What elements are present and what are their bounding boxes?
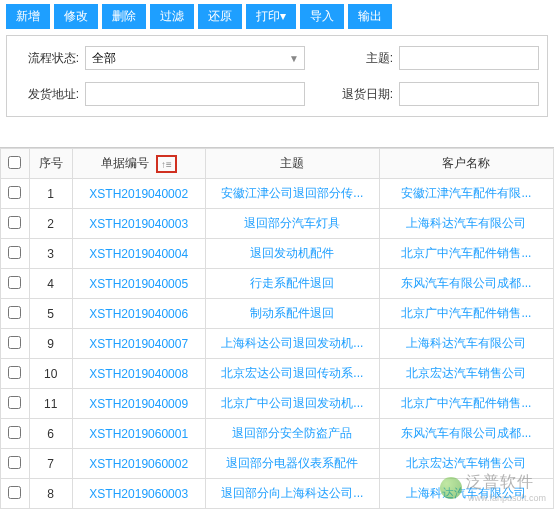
return-date-input[interactable] (399, 82, 539, 106)
row-customer[interactable]: 北京广中汽车配件销售... (379, 389, 553, 419)
header-seq[interactable]: 序号 (29, 149, 72, 179)
row-doc-no[interactable]: XSTH2019040002 (72, 179, 205, 209)
row-seq: 7 (29, 449, 72, 479)
header-subject[interactable]: 主题 (205, 149, 379, 179)
row-seq: 9 (29, 329, 72, 359)
filter-button[interactable]: 过滤 (150, 4, 194, 29)
row-customer[interactable]: 上海科达汽车有限公司 (379, 479, 553, 509)
table-row: 8XSTH2019060003退回部分向上海科达公司...上海科达汽车有限公司 (1, 479, 554, 509)
row-checkbox-cell (1, 329, 30, 359)
select-all-checkbox[interactable] (8, 156, 21, 169)
header-customer[interactable]: 客户名称 (379, 149, 553, 179)
row-doc-no[interactable]: XSTH2019040004 (72, 239, 205, 269)
row-customer[interactable]: 东风汽车有限公司成都... (379, 419, 553, 449)
row-doc-no[interactable]: XSTH2019040008 (72, 359, 205, 389)
data-table: 序号 单据编号 ↑≡ 主题 客户名称 1XSTH2019040002安徽江津公司… (0, 148, 554, 509)
table-row: 6XSTH2019060001退回部分安全防盗产品东风汽车有限公司成都... (1, 419, 554, 449)
ship-addr-label: 发货地址: (15, 86, 85, 103)
row-checkbox[interactable] (8, 366, 21, 379)
new-button[interactable]: 新增 (6, 4, 50, 29)
row-checkbox-cell (1, 299, 30, 329)
row-checkbox[interactable] (8, 486, 21, 499)
table-row: 1XSTH2019040002安徽江津公司退回部分传...安徽江津汽车配件有限.… (1, 179, 554, 209)
row-checkbox[interactable] (8, 396, 21, 409)
table-row: 11XSTH2019040009北京广中公司退回发动机...北京广中汽车配件销售… (1, 389, 554, 419)
row-subject[interactable]: 退回部分汽车灯具 (205, 209, 379, 239)
table-row: 5XSTH2019040006制动系配件退回北京广中汽车配件销售... (1, 299, 554, 329)
status-label: 流程状态: (15, 50, 85, 67)
row-doc-no[interactable]: XSTH2019040006 (72, 299, 205, 329)
row-checkbox-cell (1, 479, 30, 509)
header-doc-no-label: 单据编号 (101, 156, 149, 170)
row-subject[interactable]: 退回部分安全防盗产品 (205, 419, 379, 449)
row-checkbox-cell (1, 449, 30, 479)
subject-input[interactable] (399, 46, 539, 70)
row-seq: 11 (29, 389, 72, 419)
row-doc-no[interactable]: XSTH2019060001 (72, 419, 205, 449)
row-checkbox[interactable] (8, 306, 21, 319)
row-customer[interactable]: 安徽江津汽车配件有限... (379, 179, 553, 209)
delete-button[interactable]: 删除 (102, 4, 146, 29)
row-checkbox[interactable] (8, 456, 21, 469)
row-doc-no[interactable]: XSTH2019040007 (72, 329, 205, 359)
row-seq: 4 (29, 269, 72, 299)
header-checkbox-cell (1, 149, 30, 179)
row-checkbox-cell (1, 179, 30, 209)
row-subject[interactable]: 安徽江津公司退回部分传... (205, 179, 379, 209)
row-checkbox[interactable] (8, 216, 21, 229)
restore-button[interactable]: 还原 (198, 4, 242, 29)
row-subject[interactable]: 退回部分电器仪表系配件 (205, 449, 379, 479)
filter-panel: 流程状态: ▼ 主题: 发货地址: 退货日期: (6, 35, 548, 117)
table-row: 4XSTH2019040005行走系配件退回东风汽车有限公司成都... (1, 269, 554, 299)
row-seq: 6 (29, 419, 72, 449)
row-subject[interactable]: 退回发动机配件 (205, 239, 379, 269)
row-checkbox[interactable] (8, 336, 21, 349)
header-doc-no[interactable]: 单据编号 ↑≡ (72, 149, 205, 179)
row-doc-no[interactable]: XSTH2019040005 (72, 269, 205, 299)
row-checkbox[interactable] (8, 426, 21, 439)
row-doc-no[interactable]: XSTH2019060002 (72, 449, 205, 479)
row-customer[interactable]: 东风汽车有限公司成都... (379, 269, 553, 299)
row-seq: 1 (29, 179, 72, 209)
table-row: 2XSTH2019040003退回部分汽车灯具上海科达汽车有限公司 (1, 209, 554, 239)
row-doc-no[interactable]: XSTH2019040003 (72, 209, 205, 239)
row-seq: 5 (29, 299, 72, 329)
row-subject[interactable]: 退回部分向上海科达公司... (205, 479, 379, 509)
row-doc-no[interactable]: XSTH2019040009 (72, 389, 205, 419)
row-checkbox[interactable] (8, 186, 21, 199)
row-checkbox-cell (1, 209, 30, 239)
ship-addr-input[interactable] (85, 82, 305, 106)
row-subject[interactable]: 制动系配件退回 (205, 299, 379, 329)
edit-button[interactable]: 修改 (54, 4, 98, 29)
subject-label: 主题: (329, 50, 399, 67)
status-select[interactable]: ▼ (85, 46, 305, 70)
row-seq: 2 (29, 209, 72, 239)
row-customer[interactable]: 上海科达汽车有限公司 (379, 329, 553, 359)
row-checkbox-cell (1, 269, 30, 299)
row-subject[interactable]: 行走系配件退回 (205, 269, 379, 299)
table-row: 9XSTH2019040007上海科达公司退回发动机...上海科达汽车有限公司 (1, 329, 554, 359)
row-customer[interactable]: 北京宏达汽车销售公司 (379, 359, 553, 389)
row-seq: 8 (29, 479, 72, 509)
status-input[interactable] (85, 46, 305, 70)
row-customer[interactable]: 北京宏达汽车销售公司 (379, 449, 553, 479)
row-subject[interactable]: 北京宏达公司退回传动系... (205, 359, 379, 389)
row-seq: 3 (29, 239, 72, 269)
row-checkbox[interactable] (8, 276, 21, 289)
row-doc-no[interactable]: XSTH2019060003 (72, 479, 205, 509)
row-subject[interactable]: 北京广中公司退回发动机... (205, 389, 379, 419)
row-customer[interactable]: 北京广中汽车配件销售... (379, 239, 553, 269)
row-checkbox-cell (1, 239, 30, 269)
row-checkbox-cell (1, 389, 30, 419)
import-button[interactable]: 导入 (300, 4, 344, 29)
row-checkbox-cell (1, 419, 30, 449)
row-customer[interactable]: 上海科达汽车有限公司 (379, 209, 553, 239)
row-checkbox-cell (1, 359, 30, 389)
print-button[interactable]: 打印▾ (246, 4, 296, 29)
sort-asc-icon: ↑≡ (161, 159, 172, 170)
row-checkbox[interactable] (8, 246, 21, 259)
export-button[interactable]: 输出 (348, 4, 392, 29)
row-seq: 10 (29, 359, 72, 389)
row-subject[interactable]: 上海科达公司退回发动机... (205, 329, 379, 359)
row-customer[interactable]: 北京广中汽车配件销售... (379, 299, 553, 329)
